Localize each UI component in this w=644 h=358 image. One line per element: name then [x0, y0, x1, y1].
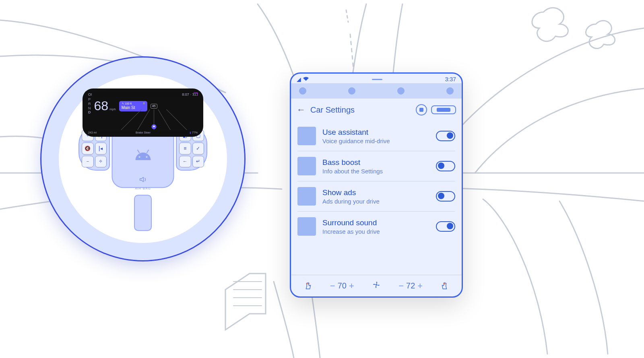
setting-icon [297, 217, 316, 236]
steering-wheel: AIR BAG ＋ ▸ǀ 🔇 ǀ◂ － ✧ ◧ ▢ ≡ ✓ ← ↵ O! 8:0… [40, 56, 246, 261]
app-shortcut-1[interactable] [299, 87, 306, 95]
setting-row-surround-sound[interactable]: Surround sound Increase as you drive [297, 212, 455, 241]
cellular-icon: ◢ [297, 76, 301, 82]
climate-bar: −70+ −72+ [291, 275, 462, 296]
seat-heater-right-icon[interactable] [440, 282, 449, 290]
cluster-range: 243 mi [88, 131, 97, 134]
setting-subtitle: Voice guidance mid-drive [322, 138, 429, 144]
svg-point-0 [138, 156, 140, 158]
status-time: 3:37 [445, 76, 456, 82]
setting-row-bass-boost[interactable]: Bass boost Info about the Settings [297, 151, 455, 181]
svg-point-1 [146, 156, 147, 158]
setting-title: Show ads [322, 188, 429, 197]
fan-icon[interactable] [372, 280, 381, 292]
menu-down-button[interactable]: ↵ [192, 156, 204, 167]
voice-assistant-button[interactable]: ✧ [95, 156, 107, 167]
status-bar: ◢ 3:37 [291, 74, 462, 83]
seat-heater-left-icon[interactable] [304, 282, 313, 290]
setting-title: Surround sound [322, 218, 429, 227]
setting-toggle[interactable] [436, 191, 455, 202]
prev-track-button[interactable]: ǀ◂ [95, 143, 107, 154]
setting-icon [297, 157, 316, 175]
setting-title: Bass boost [322, 158, 429, 167]
app-shortcut-2[interactable] [348, 87, 355, 95]
cluster-status-icon: O! [88, 93, 92, 97]
volume-down-button[interactable]: － [82, 156, 94, 167]
setting-toggle[interactable] [436, 221, 455, 232]
cluster-battery: ▮ 77% [190, 131, 198, 134]
mute-button[interactable]: 🔇 [82, 143, 94, 154]
setting-title: Use assistant [322, 128, 429, 137]
svg-line-3 [147, 150, 149, 153]
confirm-button[interactable]: ✓ [192, 143, 204, 154]
setting-row-show-ads[interactable]: Show ads Ads during your drive [297, 181, 455, 212]
setting-row-use-assistant[interactable]: Use assistant Voice guidance mid-drive [297, 121, 455, 151]
setting-subtitle: Ads during your drive [322, 198, 429, 205]
horn-icon [139, 177, 147, 183]
left-temp-control[interactable]: −70+ [330, 281, 354, 291]
android-icon [134, 148, 152, 160]
title-action-round-button[interactable] [416, 104, 427, 115]
gear-indicator: P R N D [88, 97, 91, 115]
page-title: Car Settings [310, 105, 411, 115]
svg-line-2 [137, 150, 139, 153]
cluster-indicator-icon [194, 93, 198, 96]
car-settings-screen: ◢ 3:37 ← Car Settings Use assistant Voic… [290, 72, 463, 298]
setting-subtitle: Info about the Settings [322, 168, 429, 175]
setting-toggle[interactable] [436, 131, 455, 141]
setting-toggle[interactable] [436, 161, 455, 171]
back-arrow-icon[interactable]: ← [297, 105, 305, 115]
airbag-label: AIR BAG [135, 187, 151, 190]
app-shortcut-4[interactable] [446, 87, 454, 95]
speed-limit-badge: 45 [151, 104, 157, 109]
list-button[interactable]: ≡ [179, 143, 191, 154]
settings-list: Use assistant Voice guidance mid-drive B… [291, 121, 462, 275]
app-shortcut-row [291, 83, 462, 99]
setting-subtitle: Increase as you drive [322, 228, 429, 235]
title-action-pill-button[interactable] [431, 105, 456, 114]
notch-icon [372, 79, 382, 80]
setting-icon [297, 127, 316, 145]
wifi-icon [303, 76, 309, 82]
cluster-assistance: Brake Steer [136, 131, 151, 134]
back-button[interactable]: ← [179, 156, 191, 167]
right-temp-control[interactable]: −72+ [398, 281, 423, 291]
app-shortcut-3[interactable] [397, 87, 405, 95]
setting-icon [297, 187, 316, 206]
svg-point-5 [376, 284, 377, 286]
instrument-cluster: O! 8:07 · 71° P R N D 68 mph ↰ 100 ft ⠿ … [83, 88, 203, 137]
cluster-lane-lines [113, 109, 195, 130]
